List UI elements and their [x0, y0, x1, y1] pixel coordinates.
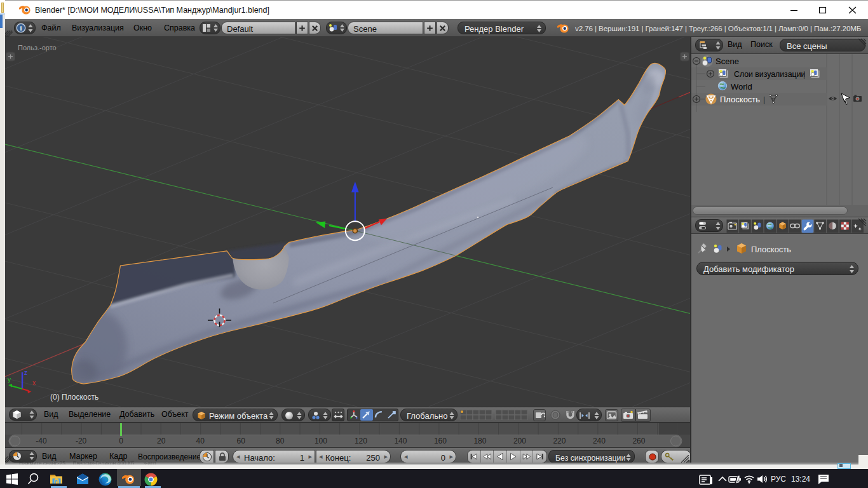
svg-text:120: 120: [355, 437, 367, 445]
svg-text:0: 0: [119, 437, 123, 445]
svg-text:60: 60: [237, 437, 246, 445]
svg-text:Scene: Scene: [715, 57, 739, 66]
svg-text:|: |: [803, 69, 805, 79]
svg-text:240: 240: [593, 437, 606, 445]
svg-text:160: 160: [434, 437, 447, 445]
svg-text:40: 40: [196, 437, 205, 445]
svg-text:20: 20: [157, 437, 166, 445]
svg-text:Польз.-орто: Польз.-орто: [18, 44, 57, 51]
svg-text:(0) Плоскость: (0) Плоскость: [50, 393, 98, 402]
svg-text:-40: -40: [36, 437, 47, 445]
svg-text:80: 80: [276, 437, 285, 445]
svg-text:-20: -20: [76, 437, 87, 445]
svg-text:200: 200: [513, 437, 526, 445]
svg-text:i: i: [20, 25, 22, 32]
svg-text:Слои визуализации: Слои визуализации: [734, 70, 806, 79]
svg-text:z: z: [24, 369, 27, 376]
svg-text:x: x: [32, 379, 36, 386]
svg-text:140: 140: [394, 437, 407, 445]
svg-text:|: |: [763, 95, 765, 104]
svg-text:World: World: [731, 82, 752, 92]
svg-text:260: 260: [632, 437, 645, 445]
svg-text:180: 180: [473, 437, 486, 445]
svg-text:100: 100: [315, 437, 327, 445]
svg-text:220: 220: [553, 437, 566, 445]
svg-text:Плоскость: Плоскость: [720, 95, 760, 104]
svg-text:y: y: [8, 376, 11, 383]
